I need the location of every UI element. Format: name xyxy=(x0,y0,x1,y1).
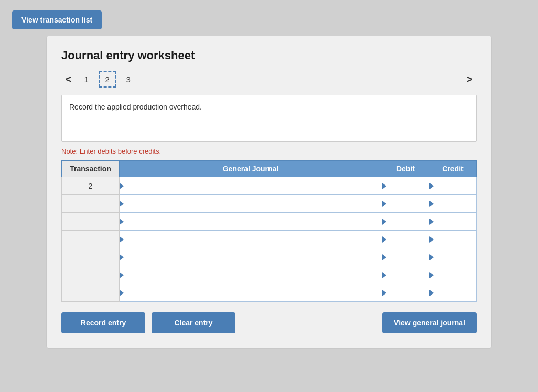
transaction-cell xyxy=(62,231,120,248)
cell-arrow-icon xyxy=(120,272,124,278)
general-journal-cell[interactable] xyxy=(120,284,382,302)
general-journal-input[interactable] xyxy=(120,267,382,284)
general-journal-input[interactable] xyxy=(120,249,382,266)
table-row xyxy=(62,213,477,231)
col-header-debit: Debit xyxy=(382,161,429,177)
clear-entry-button[interactable]: Clear entry xyxy=(152,312,235,333)
journal-table: Transaction General Journal Debit Credit… xyxy=(61,160,477,302)
credit-cell[interactable] xyxy=(429,195,477,213)
credit-input[interactable] xyxy=(429,195,476,212)
credit-cell[interactable] xyxy=(429,248,477,266)
cell-arrow-icon xyxy=(382,272,386,278)
cell-arrow-icon xyxy=(429,272,434,278)
credit-input[interactable] xyxy=(429,231,476,248)
cell-arrow-icon xyxy=(382,254,386,260)
table-row xyxy=(62,248,477,266)
general-journal-input[interactable] xyxy=(120,178,382,194)
credit-input[interactable] xyxy=(429,213,476,230)
pagination-page-3[interactable]: 3 xyxy=(120,71,137,88)
table-row xyxy=(62,284,477,302)
debit-input[interactable] xyxy=(382,231,429,248)
credit-cell[interactable] xyxy=(429,284,477,302)
pagination-page-1[interactable]: 1 xyxy=(78,71,95,88)
transaction-cell xyxy=(62,195,120,213)
col-header-credit: Credit xyxy=(429,161,477,177)
cell-arrow-icon xyxy=(120,236,124,243)
button-row: Record entry Clear entry View general jo… xyxy=(61,312,477,333)
general-journal-cell[interactable] xyxy=(120,213,382,231)
view-transaction-button[interactable]: View transaction list xyxy=(12,10,102,29)
col-header-general-journal: General Journal xyxy=(120,161,382,177)
debit-cell[interactable] xyxy=(382,195,429,213)
credit-cell[interactable] xyxy=(429,177,477,195)
general-journal-input[interactable] xyxy=(120,213,382,230)
transaction-cell xyxy=(62,213,120,231)
transaction-cell xyxy=(62,248,120,266)
table-row xyxy=(62,266,477,284)
cell-arrow-icon xyxy=(382,236,386,243)
general-journal-cell[interactable] xyxy=(120,195,382,213)
view-general-journal-button[interactable]: View general journal xyxy=(382,312,477,333)
credit-cell[interactable] xyxy=(429,266,477,284)
cell-arrow-icon xyxy=(429,183,434,189)
main-card: Journal entry worksheet < 1 2 3 > Record… xyxy=(46,36,492,349)
debit-input[interactable] xyxy=(382,178,429,194)
pagination-prev[interactable]: < xyxy=(61,71,76,88)
general-journal-cell[interactable] xyxy=(120,266,382,284)
transaction-cell: 2 xyxy=(62,177,120,195)
debit-input[interactable] xyxy=(382,267,429,284)
cell-arrow-icon xyxy=(120,183,124,189)
debit-cell[interactable] xyxy=(382,177,429,195)
cell-arrow-icon xyxy=(382,183,386,189)
table-row: 2 xyxy=(62,177,477,195)
debit-input[interactable] xyxy=(382,213,429,230)
cell-arrow-icon xyxy=(120,290,124,296)
general-journal-cell[interactable] xyxy=(120,231,382,248)
general-journal-cell[interactable] xyxy=(120,248,382,266)
debit-input[interactable] xyxy=(382,195,429,212)
debit-input[interactable] xyxy=(382,249,429,266)
debit-cell[interactable] xyxy=(382,213,429,231)
debit-cell[interactable] xyxy=(382,231,429,248)
credit-cell[interactable] xyxy=(429,213,477,231)
general-journal-input[interactable] xyxy=(120,195,382,212)
cell-arrow-icon xyxy=(120,219,124,225)
cell-arrow-icon xyxy=(429,290,434,296)
note-text: Note: Enter debits before credits. xyxy=(61,147,477,155)
cell-arrow-icon xyxy=(382,290,386,296)
cell-arrow-icon xyxy=(429,219,434,225)
table-row xyxy=(62,195,477,213)
page-title: Journal entry worksheet xyxy=(61,49,477,62)
general-journal-cell[interactable] xyxy=(120,177,382,195)
debit-cell[interactable] xyxy=(382,248,429,266)
debit-cell[interactable] xyxy=(382,284,429,302)
credit-input[interactable] xyxy=(429,178,476,194)
pagination-next[interactable]: > xyxy=(462,71,477,88)
debit-input[interactable] xyxy=(382,285,429,301)
transaction-cell xyxy=(62,284,120,302)
general-journal-input[interactable] xyxy=(120,231,382,248)
cell-arrow-icon xyxy=(120,201,124,207)
cell-arrow-icon xyxy=(382,201,386,207)
credit-cell[interactable] xyxy=(429,231,477,248)
credit-input[interactable] xyxy=(429,249,476,266)
general-journal-input[interactable] xyxy=(120,285,382,301)
transaction-cell xyxy=(62,266,120,284)
record-entry-button[interactable]: Record entry xyxy=(61,312,145,333)
cell-arrow-icon xyxy=(429,254,434,260)
pagination: < 1 2 3 > xyxy=(61,71,477,88)
table-row xyxy=(62,231,477,248)
col-header-transaction: Transaction xyxy=(62,161,120,177)
debit-cell[interactable] xyxy=(382,266,429,284)
cell-arrow-icon xyxy=(120,254,124,260)
credit-input[interactable] xyxy=(429,267,476,284)
cell-arrow-icon xyxy=(429,201,434,207)
credit-input[interactable] xyxy=(429,285,476,301)
cell-arrow-icon xyxy=(429,236,434,243)
description-box: Record the applied production overhead. xyxy=(61,95,477,142)
pagination-page-2[interactable]: 2 xyxy=(99,71,116,88)
cell-arrow-icon xyxy=(382,219,386,225)
